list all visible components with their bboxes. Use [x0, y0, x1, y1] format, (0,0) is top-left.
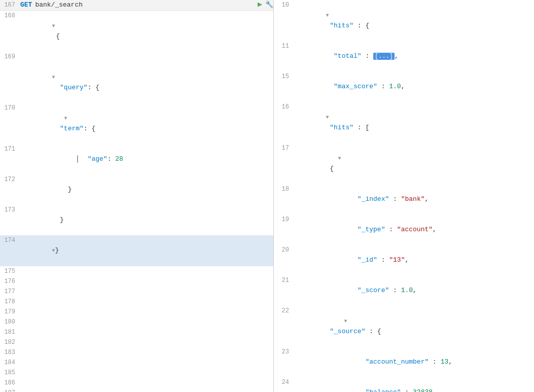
line-content-168: ▼ { [19, 11, 273, 52]
line-content-173: } [19, 205, 273, 235]
line-181: 181 [0, 327, 273, 337]
line-num-167: 167 [0, 0, 19, 10]
line-178: 178 [0, 297, 273, 307]
line-num-173: 173 [0, 205, 19, 235]
line-177: 177 [0, 287, 273, 297]
line-169: 169 ▼ "query": { [0, 52, 273, 103]
rline-18: 18 "_index" : "bank", [274, 184, 534, 215]
rline-22: 22 ▼ "_source" : { [274, 306, 534, 347]
rline-24: 24 "balance" : 32838, [274, 377, 534, 392]
line-num-170: 170 [0, 103, 19, 144]
rline-11: 11 "total" : [...], [274, 41, 534, 72]
line-num-172: 172 [0, 174, 19, 205]
line-175: 175 [0, 266, 273, 276]
rline-19: 19 "_type" : "account", [274, 215, 534, 245]
line-174: 174 ▼} [0, 235, 273, 266]
line-content-171: │ "age": 28 [19, 144, 273, 174]
collapse-169[interactable]: ▼ [52, 75, 55, 80]
line-182: 182 [0, 337, 273, 347]
rline-20: 20 "_id" : "13", [274, 245, 534, 275]
line-173: 173 } [0, 205, 273, 235]
line-176: 176 [0, 276, 273, 287]
line-187: 187 [0, 388, 273, 392]
rline-16: 16 ▼ "hits" : [ [274, 102, 534, 143]
line-num-168: 168 [0, 11, 19, 52]
rline-17: 17 ▼ { [274, 143, 534, 184]
collapse-168[interactable]: ▼ [52, 23, 55, 29]
line-171: 171 │ "age": 28 [0, 144, 273, 174]
line-185: 185 [0, 368, 273, 378]
http-method: GET [20, 0, 32, 10]
collapse-170[interactable]: ▼ [52, 116, 67, 121]
endpoint: bank/_search [35, 0, 83, 10]
line-186: 186 [0, 378, 273, 388]
collapse-r16[interactable]: ▼ [326, 115, 329, 120]
rline-15: 15 "max_score" : 1.0, [274, 72, 534, 102]
rline-21: 21 "_score" : 1.0, [274, 275, 534, 306]
line-184: 184 [0, 358, 273, 368]
line-183: 183 [0, 347, 273, 358]
line-num-174: 174 [0, 235, 19, 266]
line-180: 180 [0, 317, 273, 327]
line-content-174: ▼} [19, 235, 273, 266]
collapse-r17[interactable]: ▼ [326, 156, 341, 161]
rline-23: 23 "account_number" : 13, [274, 347, 534, 377]
run-icon[interactable]: ▶ [258, 0, 262, 10]
line-num-171: 171 [0, 144, 19, 174]
line-179: 179 [0, 307, 273, 317]
line-168: 168 ▼ { [0, 11, 273, 52]
line-content-169: ▼ "query": { [19, 52, 273, 103]
collapse-r10[interactable]: ▼ [326, 13, 329, 18]
collapse-r22[interactable]: ▼ [326, 318, 347, 324]
right-panel: 10 ▼ "hits" : { 11 "total" : [...], 15 "… [274, 0, 534, 392]
right-code-area: 10 ▼ "hits" : { 11 "total" : [...], 15 "… [274, 0, 534, 392]
line-content-167: GET bank/_search ▶ 🔧 [19, 0, 273, 10]
line-172: 172 } [0, 174, 273, 205]
left-panel: 167 GET bank/_search ▶ 🔧 168 ▼ { 169 ▼ [0, 0, 274, 392]
line-num-169: 169 [0, 52, 19, 103]
line-content-170: ▼ "term": { [19, 103, 273, 144]
wrench-icon[interactable]: 🔧 [265, 0, 273, 10]
left-code-area: 167 GET bank/_search ▶ 🔧 168 ▼ { 169 ▼ [0, 0, 273, 392]
line-170: 170 ▼ "term": { [0, 103, 273, 144]
line-167: 167 GET bank/_search ▶ 🔧 [0, 0, 273, 11]
rline-10: 10 ▼ "hits" : { [274, 0, 534, 41]
line-content-172: } [19, 174, 273, 205]
